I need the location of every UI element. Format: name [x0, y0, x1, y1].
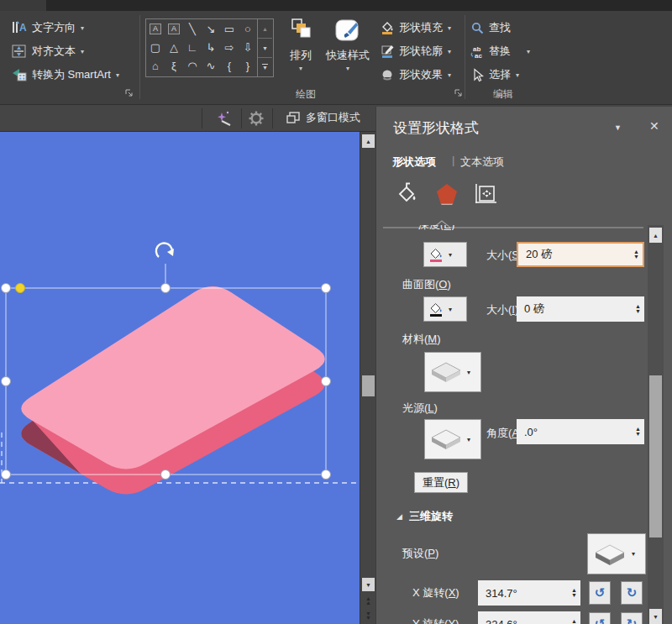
gallery-shape-right-brace[interactable]: } [239, 56, 257, 75]
size-properties-category-icon[interactable] [474, 182, 499, 206]
drawing-dialog-launcher-icon[interactable] [454, 88, 464, 98]
gallery-shape-left-brace[interactable]: { [220, 56, 239, 75]
tab-text-options[interactable]: 文本选项 [460, 155, 504, 170]
spin-down-icon[interactable]: ▼ [635, 309, 641, 314]
magic-wand-button[interactable] [215, 109, 235, 128]
shape-fill-button[interactable]: 形状填充 ▾ [380, 18, 451, 38]
scroll-up-button[interactable]: ▲ [362, 134, 375, 148]
rotate-right-icon: ↻ [627, 616, 638, 624]
gallery-scroll-down-button[interactable]: ▼ [258, 39, 272, 58]
depth-color-button[interactable]: ▾ [423, 242, 467, 267]
gallery-shape-vertical-text-box[interactable]: A [165, 19, 183, 38]
chevron-down-icon: ▾ [299, 65, 302, 72]
gallery-shape-down-arrow[interactable]: ⇩ [239, 38, 257, 56]
gallery-shape-horizontal-text-box[interactable]: A [146, 19, 165, 38]
triangle-icon: △ [170, 42, 178, 53]
shape-outline-button[interactable]: 形状轮廓 ▾ [380, 41, 451, 61]
gallery-shape-curve[interactable]: ∿ [202, 56, 220, 75]
gallery-shape-rectangle[interactable]: ▭ [220, 19, 239, 38]
toolbar-separator [202, 108, 202, 128]
reset-button[interactable]: 重置(R) [414, 472, 468, 493]
gallery-scroll-up-button[interactable]: ▲ [258, 19, 272, 39]
spin-down-icon[interactable]: ▼ [635, 432, 641, 437]
lighting-button[interactable]: ▾ [424, 419, 481, 459]
pane-scroll-down-button[interactable]: ▼ [649, 609, 662, 624]
gallery-shape-oval[interactable]: ○ [239, 19, 257, 38]
group-separator [139, 15, 140, 99]
gallery-shape-arrow[interactable]: ↘ [202, 19, 220, 38]
contour-color-button[interactable]: ▾ [423, 296, 467, 322]
multi-window-mode-label: 多窗口模式 [306, 110, 360, 125]
chevron-down-icon: ▾ [81, 24, 84, 32]
angle-spinner[interactable]: .0° ▲▼ [517, 419, 644, 444]
canvas-scrollbar[interactable]: ▲ ▼ ▲ ▲ ▼ ▼ [360, 132, 375, 624]
scroll-down-button[interactable]: ▼ [362, 578, 375, 591]
arrange-icon [290, 18, 312, 43]
gallery-shape-scribble[interactable]: ξ [165, 56, 183, 75]
rotate-left-button[interactable]: ↺ [589, 612, 611, 624]
gallery-shape-right-arrow[interactable]: ⇨ [220, 38, 239, 56]
slide-canvas[interactable] [0, 132, 360, 624]
pane-close-icon[interactable]: ✕ [649, 119, 659, 133]
adjust-handle[interactable] [16, 284, 25, 293]
find-label: 查找 [489, 20, 511, 35]
pane-scroll-up-button[interactable]: ▲ [649, 228, 662, 243]
rotate-left-button[interactable]: ↺ [589, 581, 611, 605]
rotation-handle[interactable] [156, 243, 174, 257]
preset-button[interactable]: ▾ [587, 533, 646, 574]
section-expanded-icon: ◢ [396, 512, 402, 521]
shape-effects-button[interactable]: 形状效果 ▾ [380, 65, 451, 85]
pane-scrollbar[interactable]: ▲ ▼ [648, 225, 664, 624]
rounded-rectangle-icon: ▢ [150, 42, 160, 53]
multi-window-mode-button[interactable]: 多窗口模式 [286, 110, 360, 125]
rotation-section-header[interactable]: ◢ 三维旋转 [396, 509, 453, 524]
gallery-shape-arc[interactable]: ◠ [183, 56, 202, 75]
y-rotation-spinner[interactable]: 324.6° ▲▼ [478, 611, 580, 624]
elbow-connector-icon: ∟ [187, 42, 198, 53]
gallery-more-button[interactable]: ▼ [258, 58, 272, 76]
find-button[interactable]: 查找 [470, 18, 511, 38]
toolbar-separator [272, 108, 273, 128]
preset-label: 预设(P) [402, 546, 438, 561]
contour-label: 曲面图(O) [402, 277, 451, 292]
select-button[interactable]: 选择 ▾ [470, 65, 519, 85]
scrollbar-thumb[interactable] [362, 375, 375, 396]
spin-down-icon[interactable]: ▼ [633, 254, 639, 260]
text-direction-button[interactable]: A 文字方向 ▾ [11, 18, 84, 38]
text-direction-icon: A [11, 20, 28, 35]
contour-size-spinner[interactable]: 0 磅 ▲▼ [517, 296, 644, 322]
align-text-button[interactable]: 对齐文本 ▾ [11, 41, 84, 61]
convert-to-smartart-button[interactable]: 转换为 SmartArt ▾ [11, 65, 119, 85]
effects-category-icon[interactable] [434, 182, 459, 206]
x-rotation-spinner[interactable]: 314.7° ▲▼ [478, 580, 580, 606]
gallery-shape-rounded-rectangle[interactable]: ▢ [146, 38, 165, 56]
gear-button[interactable] [248, 110, 265, 127]
quick-styles-button[interactable]: 快速样式 ▾ [322, 18, 374, 72]
tab-shape-options[interactable]: 形状选项 [392, 155, 436, 170]
find-icon [470, 21, 485, 35]
gallery-shape-elbow-connector[interactable]: ∟ [183, 38, 202, 56]
pane-scrollbar-thumb[interactable] [649, 375, 662, 537]
material-button[interactable]: ▾ [424, 352, 481, 392]
depth-size-spinner[interactable]: 20 磅 ▲▼ [517, 242, 644, 267]
replace-button[interactable]: ab ac 替换 ▾ [470, 41, 530, 61]
paragraph-dialog-launcher-icon[interactable] [124, 88, 134, 98]
gallery-shape-elbow-arrow-connector[interactable]: ↳ [202, 38, 220, 56]
smartart-icon [11, 67, 28, 82]
align-text-icon [11, 44, 28, 59]
gallery-shape-freeform[interactable]: ⌂ [146, 56, 165, 75]
arrange-button[interactable]: 排列 ▾ [282, 18, 319, 72]
shape-outline-label: 形状轮廓 [399, 44, 443, 59]
previous-slide-button[interactable]: ▲ ▲ [362, 596, 375, 605]
rotate-right-button[interactable]: ↻ [621, 581, 643, 605]
next-slide-button[interactable]: ▼ ▼ [362, 611, 375, 620]
fill-line-category-icon[interactable] [394, 182, 419, 206]
gallery-shape-line[interactable]: ╲ [183, 19, 202, 38]
quick-access-toolbar [0, 0, 46, 11]
gallery-shape-triangle[interactable]: △ [165, 38, 183, 56]
freeform-icon: ⌂ [152, 60, 159, 71]
selected-3d-rounded-rectangle-shape[interactable] [0, 286, 360, 624]
pane-options-dropdown-icon[interactable]: ▼ [614, 123, 622, 132]
spin-down-icon[interactable]: ▼ [571, 593, 577, 598]
rotate-right-button[interactable]: ↻ [621, 612, 643, 624]
